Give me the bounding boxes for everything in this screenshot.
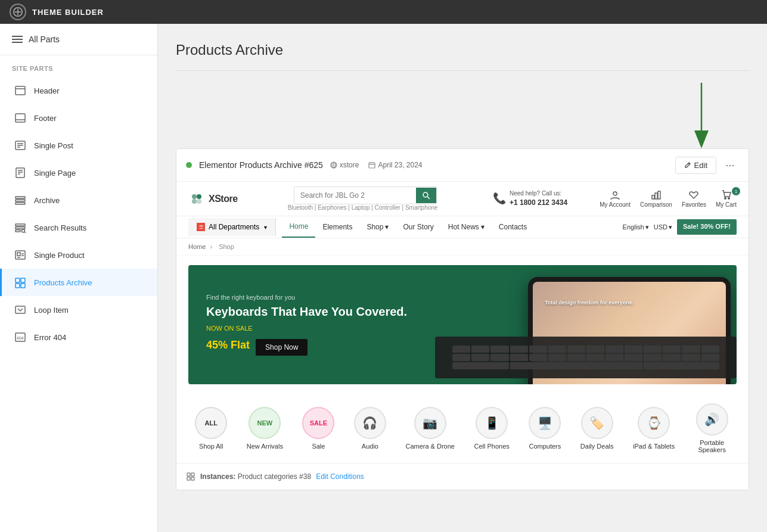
hero-discount: 45% Flat — [206, 339, 250, 351]
svg-rect-31 — [21, 284, 25, 288]
sidebar-item-search-results[interactable]: Search Results — [0, 214, 157, 241]
card-meta-date: April 23, 2024 — [368, 161, 422, 169]
category-ipad-label: iPad & Tablets — [633, 443, 675, 450]
nav-shop[interactable]: Shop ▾ — [359, 217, 396, 237]
sidebar-all-parts[interactable]: All Parts — [0, 24, 157, 55]
category-grid: ALL Shop All NEW New Arrivals SALE Sale — [188, 403, 737, 453]
preview-area: XStore Blue — [176, 182, 749, 463]
site-parts-section-label: SITE PARTS — [0, 55, 157, 77]
nav-contacts[interactable]: Contacts — [492, 217, 534, 237]
xstore-my-account[interactable]: My Account — [600, 189, 631, 208]
site-icon — [330, 161, 337, 169]
svg-rect-3 — [15, 86, 25, 95]
sidebar-item-footer[interactable]: Footer — [0, 104, 157, 132]
edit-icon — [684, 161, 691, 169]
category-section: ALL Shop All NEW New Arrivals SALE Sale — [176, 394, 749, 463]
sidebar-item-single-product[interactable]: Single Product — [0, 241, 157, 269]
departments-icon: ☰ — [197, 223, 205, 231]
sidebar-item-loop-item[interactable]: Loop Item — [0, 296, 157, 323]
sidebar-item-single-page[interactable]: Single Page — [0, 159, 157, 186]
svg-rect-17 — [15, 203, 25, 204]
edit-button[interactable]: Edit — [675, 157, 716, 174]
sidebar-loop-item-label: Loop Item — [34, 306, 69, 315]
sidebar: All Parts SITE PARTS Header Footer — [0, 24, 158, 532]
xstore-nav: ☰ All Departments Home Elements Shop — [176, 216, 749, 238]
shop-chevron-icon: ▾ — [385, 223, 389, 231]
category-audio[interactable]: 🎧 Audio — [354, 407, 386, 450]
sidebar-item-products-archive[interactable]: Products Archive — [0, 269, 157, 296]
nav-home[interactable]: Home — [282, 216, 315, 238]
language-chevron-icon: ▾ — [645, 223, 649, 231]
category-computers-label: Computers — [529, 443, 561, 450]
xstore-search-button[interactable] — [416, 188, 436, 203]
my-account-label: My Account — [600, 201, 631, 208]
category-sale-label: Sale — [312, 443, 325, 450]
svg-point-51 — [613, 192, 617, 195]
more-button[interactable]: ··· — [721, 156, 739, 174]
xstore-logo-text: XStore — [209, 194, 238, 204]
currency-selector[interactable]: USD ▾ — [654, 223, 672, 231]
xstore-cart[interactable]: 1 My Cart — [716, 189, 737, 208]
products-archive-icon — [14, 276, 27, 289]
nav-our-story[interactable]: Our Story — [396, 217, 440, 237]
category-daily-deals[interactable]: 🏷️ Daily Deals — [580, 407, 614, 450]
category-sale-icon: SALE — [302, 407, 334, 439]
loop-item-icon — [14, 303, 27, 316]
annotation-arrow — [690, 83, 713, 148]
hamburger-icon — [12, 36, 23, 43]
category-computers-icon: 🖥️ — [529, 407, 561, 439]
xstore-favorites[interactable]: Favorites — [682, 189, 706, 208]
sidebar-item-header[interactable]: Header — [0, 77, 157, 104]
category-new[interactable]: NEW New Arrivals — [247, 407, 283, 450]
category-phones-label: Cell Phones — [474, 443, 510, 450]
hero-title: Keyboards That Have You Covered. — [206, 304, 719, 319]
nav-our-story-label: Our Story — [403, 223, 433, 231]
xstore-topbar: XStore Blue — [176, 182, 749, 216]
instances-label: Instances: — [200, 472, 235, 481]
card-header-left: Elementor Products Archive #625 xstore — [186, 160, 423, 170]
xstore-search-input[interactable] — [294, 187, 416, 204]
hero-subtitle: Find the right keyboard for you — [206, 294, 719, 301]
category-sale[interactable]: SALE Sale — [302, 407, 334, 450]
category-deals-icon: 🏷️ — [581, 407, 613, 439]
comparison-label: Comparison — [640, 201, 672, 208]
annotation-arrow-container — [176, 83, 749, 154]
sidebar-item-single-post[interactable]: Single Post — [0, 132, 157, 159]
xstore-search-bar[interactable] — [294, 186, 437, 204]
svg-rect-57 — [187, 473, 190, 476]
single-post-icon — [14, 139, 27, 152]
language-selector[interactable]: English ▾ — [623, 223, 649, 231]
breadcrumb-home[interactable]: Home — [188, 243, 206, 250]
category-computers[interactable]: 🖥️ Computers — [529, 407, 561, 450]
single-product-icon — [14, 248, 27, 262]
more-icon: ··· — [725, 159, 734, 172]
chevron-down-icon — [263, 223, 267, 231]
app-title: THEME BUILDER — [32, 8, 104, 17]
edit-conditions-link[interactable]: Edit Conditions — [316, 472, 364, 481]
nav-contacts-label: Contacts — [499, 223, 527, 231]
category-cell-phones[interactable]: 📱 Cell Phones — [474, 407, 510, 450]
all-departments-btn[interactable]: ☰ All Departments — [188, 218, 276, 236]
xstore-comparison[interactable]: Comparison — [640, 189, 672, 208]
page-divider — [176, 70, 749, 71]
sidebar-header-label: Header — [34, 86, 60, 95]
svg-rect-53 — [655, 193, 657, 199]
nav-hot-news[interactable]: Hot News ▾ — [441, 217, 492, 237]
content-area: Products Archive Elementor Products Arch… — [158, 24, 767, 532]
category-portable-speakers[interactable]: 🔊 Portable Speakers — [694, 403, 730, 453]
hero-shop-button[interactable]: Shop Now — [256, 339, 308, 356]
xstore-icons: My Account Comparison — [600, 189, 737, 208]
favorites-label: Favorites — [682, 201, 706, 208]
svg-rect-32 — [15, 306, 25, 313]
sidebar-item-archive[interactable]: Archive — [0, 186, 157, 214]
sidebar-item-error-404[interactable]: 404 Error 404 — [0, 323, 157, 351]
svg-text:404: 404 — [17, 336, 24, 340]
svg-rect-20 — [15, 230, 20, 232]
category-camera-drone[interactable]: 📷 Camera & Drone — [405, 407, 455, 450]
card-site: xstore — [340, 161, 359, 169]
category-ipad-tablets[interactable]: ⌚ iPad & Tablets — [633, 407, 675, 450]
phone-area: 📞 Need help? Call us: +1 1800 212 3434 — [493, 189, 567, 208]
category-all[interactable]: ALL Shop All — [195, 407, 227, 450]
nav-elements[interactable]: Elements — [315, 217, 359, 237]
svg-rect-16 — [15, 200, 25, 201]
